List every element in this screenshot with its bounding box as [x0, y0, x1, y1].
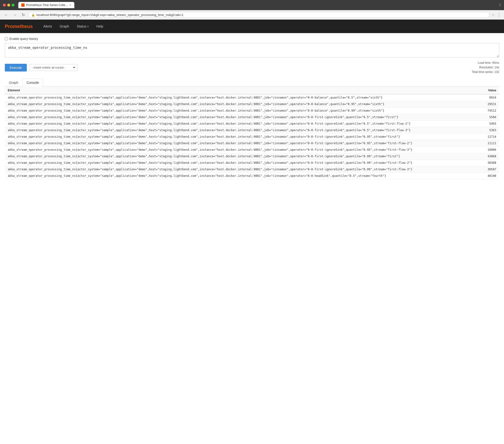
value-cell: 8924	[482, 94, 499, 101]
load-time: Load time: 45ms	[472, 61, 499, 65]
table-row: akka_stream_operator_processing_time_ns{…	[5, 94, 499, 101]
element-cell: akka_stream_operator_processing_time_ns{…	[5, 101, 482, 107]
query-history-label: Enable query history	[9, 37, 38, 40]
nav-help[interactable]: Help	[93, 22, 107, 30]
table-row: akka_stream_operator_processing_time_ns{…	[5, 173, 499, 179]
value-cell: 38308	[482, 159, 499, 166]
table-row: akka_stream_operator_processing_time_ns{…	[5, 166, 499, 173]
value-cell: 29531	[482, 101, 499, 107]
results-table: Element Value akka_stream_operator_proce…	[5, 86, 499, 179]
element-cell: akka_stream_operator_processing_time_ns{…	[5, 114, 482, 120]
value-cell: 30507	[482, 166, 499, 173]
element-cell: akka_stream_operator_processing_time_ns{…	[5, 146, 482, 153]
value-cell: 5504	[482, 114, 499, 120]
table-row: akka_stream_operator_processing_time_ns{…	[5, 153, 499, 159]
resolution: Resolution: 14s	[472, 65, 499, 70]
tab-console[interactable]: Console	[22, 78, 43, 86]
table-row: akka_stream_operator_processing_time_ns{…	[5, 101, 499, 107]
element-cell: akka_stream_operator_processing_time_ns{…	[5, 166, 482, 173]
table-row: akka_stream_operator_processing_time_ns{…	[5, 159, 499, 166]
element-cell: akka_stream_operator_processing_time_ns{…	[5, 120, 482, 127]
url-text: localhost:9090/graph?g0.range_input=1h&g…	[36, 13, 486, 17]
app: Prometheus Alerts Graph Status Help Enab…	[0, 19, 504, 444]
value-cell: 11111	[482, 140, 499, 146]
nav-status[interactable]: Status	[73, 22, 92, 30]
element-cell: akka_stream_operator_processing_time_ns{…	[5, 153, 482, 159]
lock-icon: 🔒	[31, 13, 35, 17]
back-button[interactable]: ←	[3, 12, 10, 18]
value-column-header: Value	[482, 86, 499, 94]
address-bar[interactable]: 🔒 localhost:9090/graph?g0.range_input=1h…	[28, 12, 489, 18]
tabs: Graph Console	[5, 78, 499, 86]
main-content: Enable query history Execute - insert me…	[0, 33, 504, 183]
tab-graph[interactable]: Graph	[5, 78, 22, 86]
table-row: akka_stream_operator_processing_time_ns{…	[5, 127, 499, 133]
element-cell: akka_stream_operator_processing_time_ns{…	[5, 159, 482, 166]
element-cell: akka_stream_operator_processing_time_ns{…	[5, 94, 482, 101]
element-cell: akka_stream_operator_processing_time_ns{…	[5, 173, 482, 179]
value-cell: 40190	[482, 173, 499, 179]
browser-menu-icon[interactable]: ⠿	[499, 3, 501, 7]
controls-left: Execute - insert metric at cursor -	[5, 64, 77, 72]
element-column-header: Element	[5, 86, 482, 94]
browser-more-button[interactable]: ⋮	[497, 12, 501, 18]
app-nav: Prometheus Alerts Graph Status Help	[0, 19, 504, 33]
reload-button[interactable]: ↻	[20, 12, 26, 18]
nav-links: Alerts Graph Status Help	[40, 22, 107, 30]
load-info: Load time: 45ms Resolution: 14s Total ti…	[472, 61, 499, 75]
browser-chrome: Prometheus Time Series Colle... ✕ ⠿ ← → …	[0, 0, 504, 19]
nav-alerts[interactable]: Alerts	[40, 22, 55, 30]
close-button[interactable]	[3, 4, 6, 6]
minimize-button[interactable]	[7, 4, 10, 6]
element-cell: akka_stream_operator_processing_time_ns{…	[5, 127, 482, 133]
brand-link[interactable]: Prometheus	[5, 24, 33, 29]
total-time-series: Total time series: 132	[472, 70, 499, 74]
favicon-icon	[21, 3, 25, 7]
execute-button[interactable]: Execute	[5, 64, 27, 72]
element-cell: akka_stream_operator_processing_time_ns{…	[5, 107, 482, 114]
element-cell: akka_stream_operator_processing_time_ns{…	[5, 140, 482, 146]
tab-close-icon[interactable]: ✕	[69, 3, 72, 7]
table-header-row: Element Value	[5, 86, 499, 94]
value-cell: 43868	[482, 153, 499, 159]
value-cell: 5493	[482, 120, 499, 127]
table-row: akka_stream_operator_processing_time_ns{…	[5, 120, 499, 127]
table-header: Element Value	[5, 86, 499, 94]
value-cell: 11714	[482, 133, 499, 140]
bookmark-button[interactable]: ☆	[491, 13, 495, 17]
browser-titlebar: Prometheus Time Series Colle... ✕ ⠿	[0, 0, 504, 10]
browser-toolbar: ← → ↻ 🔒 localhost:9090/graph?g0.range_in…	[0, 10, 504, 19]
table-row: akka_stream_operator_processing_time_ns{…	[5, 107, 499, 114]
table-row: akka_stream_operator_processing_time_ns{…	[5, 146, 499, 153]
value-cell: 5363	[482, 127, 499, 133]
window-controls	[3, 4, 15, 6]
table-row: akka_stream_operator_processing_time_ns{…	[5, 114, 499, 120]
metric-select[interactable]: - insert metric at cursor -	[29, 64, 77, 71]
forward-button[interactable]: →	[12, 12, 18, 18]
controls-row: Execute - insert metric at cursor - Load…	[5, 61, 499, 75]
value-cell: 10006	[482, 146, 499, 153]
maximize-button[interactable]	[12, 4, 15, 6]
query-history-checkbox[interactable]	[5, 37, 8, 40]
table-row: akka_stream_operator_processing_time_ns{…	[5, 140, 499, 146]
table-row: akka_stream_operator_processing_time_ns{…	[5, 133, 499, 140]
browser-tab[interactable]: Prometheus Time Series Colle... ✕	[18, 2, 74, 8]
table-body: akka_stream_operator_processing_time_ns{…	[5, 94, 499, 179]
tab-title: Prometheus Time Series Colle...	[26, 3, 68, 7]
value-cell: 74512	[482, 107, 499, 114]
nav-graph[interactable]: Graph	[56, 22, 72, 30]
element-cell: akka_stream_operator_processing_time_ns{…	[5, 133, 482, 140]
query-history-toggle[interactable]: Enable query history	[5, 37, 499, 40]
query-input[interactable]	[5, 43, 499, 58]
